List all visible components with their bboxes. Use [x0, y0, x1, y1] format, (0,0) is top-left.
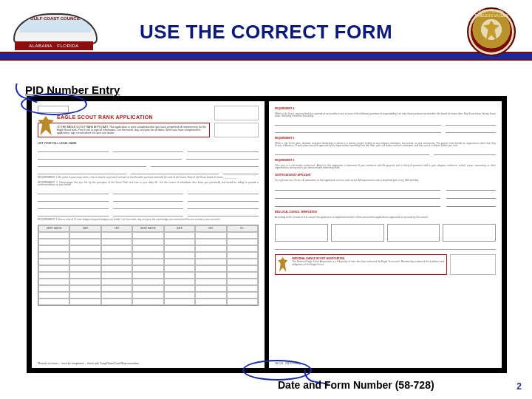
eagle-crest-icon: [278, 257, 287, 272]
requirement-text: REQUIREMENT 1. Be active in your troop, …: [38, 177, 259, 180]
requirement-text: Take part in a unit leader conference. A…: [275, 165, 496, 170]
patch-left-band: ALABAMA · FLORIDA: [15, 41, 93, 50]
name-section-label: LIST YOUR FULL LEGAL NAME: [38, 142, 259, 145]
page1-footnote: *Boards of review ... must be completed …: [38, 362, 140, 365]
council-sig-box: [331, 224, 384, 242]
req6-heading: REQUIREMENT 6: [275, 160, 496, 163]
requirement-text: REQUIREMENT 3. Earn a total of 21 merit …: [38, 219, 259, 222]
header-divider: [0, 52, 532, 61]
patch-right-ring: ON MY HONOR · TIMELESS VALUES: [468, 9, 514, 55]
requirement-text: REQUIREMENT 2. Demonstrate that you live…: [38, 182, 259, 187]
pid-entry-label: PID Number Entry: [25, 83, 120, 96]
council-stamp-box: [214, 106, 259, 120]
patch-left-label: GULF COAST COUNCIL: [15, 16, 96, 21]
form-page-1: EAGLE SCOUT RANK APPLICATION TO THE EAGL…: [32, 101, 265, 368]
cert-text: On my honor as a Scout, all statements o…: [275, 180, 496, 183]
council-patch-left: GULF COAST COUNCIL ALABAMA · FLORIDA: [13, 13, 95, 52]
form-heading: EAGLE SCOUT RANK APPLICATION: [38, 115, 210, 120]
cert-heading: CERTIFICATION BY APPLICANT: [275, 174, 496, 177]
signature-lines: [275, 186, 496, 207]
nesa-box: NATIONAL EAGLE SCOUT ASSOCIATION The Nat…: [275, 254, 447, 275]
bsa-action-heading: BSA LOCAL COUNCIL VERIFICATION: [275, 211, 496, 214]
form-number-label: Date and Form Number (58-728): [278, 379, 434, 391]
page2-footer: 58-728 2019 Printing: [275, 362, 300, 365]
requirement-text: While a Life Scout, plan, develop, and g…: [275, 143, 496, 148]
council-sig-box: [387, 224, 440, 242]
form-preview-container: EAGLE SCOUT RANK APPLICATION TO THE EAGL…: [27, 96, 507, 373]
bsa-action-text: According to the records of this council…: [275, 216, 496, 219]
req4-heading: REQUIREMENT 4: [275, 108, 496, 111]
council-stamp-box-2: [214, 123, 259, 137]
requirement-text: While a Life Scout, serve actively for a…: [275, 113, 496, 118]
merit-badge-grid: MERIT BADGE DATE UNIT MERIT BADGE DATE U…: [38, 225, 259, 306]
slide-number: 2: [516, 381, 522, 392]
council-sig-box: [443, 224, 496, 242]
honor-patch-right: ON MY HONOR · TIMELESS VALUES: [467, 7, 516, 56]
pid-box: [38, 106, 69, 113]
council-sig-box: [275, 224, 328, 242]
barcode-box: [450, 254, 496, 275]
applicant-instructions: TO THE EAGLE SCOUT RANK APPLICANT. This …: [38, 123, 210, 137]
req5-heading: REQUIREMENT 5: [275, 137, 496, 140]
form-page-2: REQUIREMENT 4 While a Life Scout, serve …: [269, 101, 502, 368]
